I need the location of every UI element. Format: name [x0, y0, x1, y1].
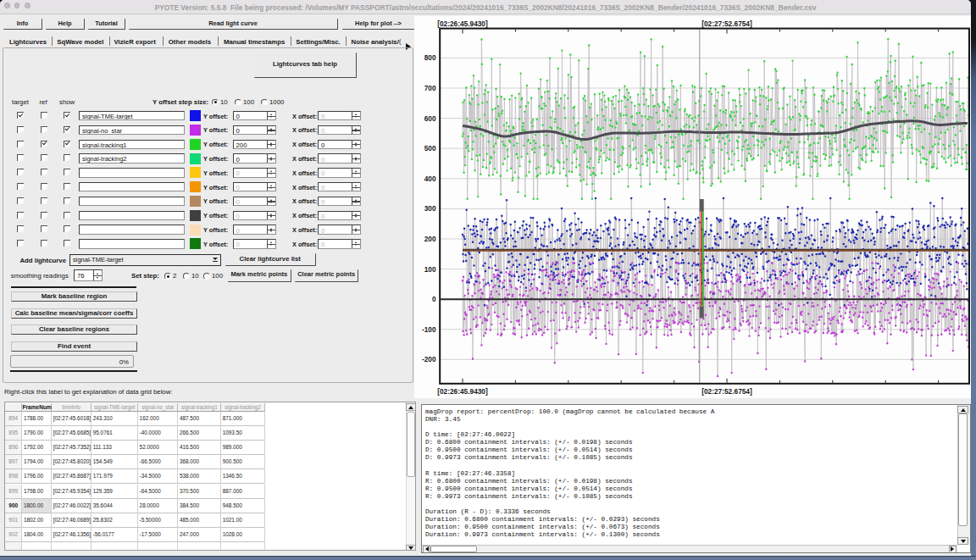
- svg-text:300: 300: [424, 204, 436, 213]
- svg-text:200: 200: [424, 235, 436, 243]
- svg-text:0: 0: [432, 295, 436, 303]
- svg-text:600: 600: [424, 114, 436, 123]
- svg-text:100: 100: [424, 265, 436, 274]
- svg-text:700: 700: [424, 84, 436, 92]
- svg-text:800: 800: [424, 53, 436, 62]
- svg-text:-100: -100: [422, 325, 436, 334]
- svg-text:[02:26:45.9430]: [02:26:45.9430]: [437, 19, 488, 28]
- svg-text:[02:27:52.6754]: [02:27:52.6754]: [702, 387, 752, 396]
- svg-text:-200: -200: [422, 355, 436, 363]
- svg-text:400: 400: [424, 175, 436, 183]
- svg-text:[02:26:45.9430]: [02:26:45.9430]: [437, 387, 488, 396]
- svg-text:[02:27:52.6754]: [02:27:52.6754]: [702, 19, 752, 28]
- svg-text:500: 500: [424, 144, 436, 152]
